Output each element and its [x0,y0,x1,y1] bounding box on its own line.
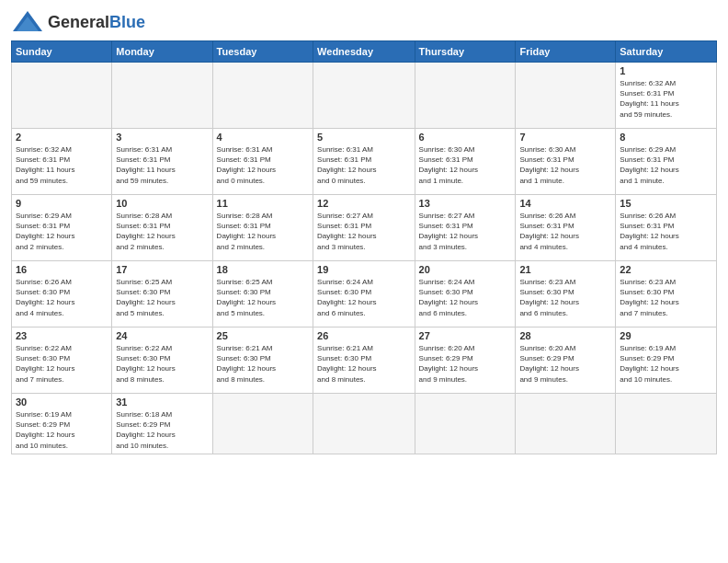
week-row-2: 2Sunrise: 6:32 AMSunset: 6:31 PMDaylight… [12,129,717,195]
weekday-header-row: SundayMondayTuesdayWednesdayThursdayFrid… [12,41,717,63]
day-info: Sunrise: 6:19 AMSunset: 6:29 PMDaylight:… [620,343,712,385]
day-number: 3 [116,132,208,143]
day-number: 25 [217,330,309,341]
day-cell [415,63,516,129]
day-info: Sunrise: 6:21 AMSunset: 6:30 PMDaylight:… [217,343,309,385]
day-number: 29 [620,330,712,341]
day-info: Sunrise: 6:30 AMSunset: 6:31 PMDaylight:… [519,144,611,186]
day-number: 12 [317,198,410,209]
weekday-header-monday: Monday [112,41,212,63]
day-number: 4 [217,132,309,143]
day-number: 16 [16,264,108,275]
day-number: 31 [116,396,208,408]
day-info: Sunrise: 6:32 AMSunset: 6:31 PMDaylight:… [620,78,712,120]
day-cell: 17Sunrise: 6:25 AMSunset: 6:30 PMDayligh… [112,261,212,327]
day-number: 9 [16,198,108,209]
day-cell: 12Sunrise: 6:27 AMSunset: 6:31 PMDayligh… [313,195,415,261]
day-cell: 24Sunrise: 6:22 AMSunset: 6:30 PMDayligh… [112,327,212,394]
day-number: 8 [620,132,712,143]
day-cell: 29Sunrise: 6:19 AMSunset: 6:29 PMDayligh… [616,327,717,394]
day-cell [516,394,616,454]
day-info: Sunrise: 6:24 AMSunset: 6:30 PMDaylight:… [419,277,512,318]
day-number: 1 [620,65,712,76]
day-info: Sunrise: 6:28 AMSunset: 6:31 PMDaylight:… [116,211,208,252]
day-cell: 23Sunrise: 6:22 AMSunset: 6:30 PMDayligh… [12,327,112,394]
day-cell: 31Sunrise: 6:18 AMSunset: 6:29 PMDayligh… [112,394,212,454]
day-info: Sunrise: 6:31 AMSunset: 6:31 PMDaylight:… [217,144,309,186]
day-cell: 25Sunrise: 6:21 AMSunset: 6:30 PMDayligh… [212,327,313,394]
day-cell: 3Sunrise: 6:31 AMSunset: 6:31 PMDaylight… [112,129,212,195]
day-cell: 1Sunrise: 6:32 AMSunset: 6:31 PMDaylight… [616,63,717,129]
day-cell: 26Sunrise: 6:21 AMSunset: 6:30 PMDayligh… [313,327,415,394]
day-number: 17 [116,264,208,275]
day-number: 22 [620,264,712,275]
week-row-3: 9Sunrise: 6:29 AMSunset: 6:31 PMDaylight… [12,195,717,261]
day-cell: 11Sunrise: 6:28 AMSunset: 6:31 PMDayligh… [212,195,313,261]
day-cell [212,63,313,129]
day-cell [616,394,717,454]
day-info: Sunrise: 6:27 AMSunset: 6:31 PMDaylight:… [317,211,410,252]
day-cell [415,394,516,454]
day-cell: 14Sunrise: 6:26 AMSunset: 6:31 PMDayligh… [516,195,616,261]
day-info: Sunrise: 6:26 AMSunset: 6:31 PMDaylight:… [519,211,611,252]
day-info: Sunrise: 6:27 AMSunset: 6:31 PMDaylight:… [419,211,512,252]
day-cell: 4Sunrise: 6:31 AMSunset: 6:31 PMDaylight… [212,129,313,195]
header: GeneralBlue [11,9,717,35]
day-info: Sunrise: 6:19 AMSunset: 6:29 PMDaylight:… [16,409,108,451]
day-cell: 22Sunrise: 6:23 AMSunset: 6:30 PMDayligh… [616,261,717,327]
day-info: Sunrise: 6:20 AMSunset: 6:29 PMDaylight:… [419,343,512,385]
day-cell: 7Sunrise: 6:30 AMSunset: 6:31 PMDaylight… [516,129,616,195]
weekday-header-saturday: Saturday [616,41,717,63]
day-info: Sunrise: 6:31 AMSunset: 6:31 PMDaylight:… [116,144,208,186]
day-cell [212,394,313,454]
logo-icon [11,9,44,35]
calendar-table: SundayMondayTuesdayWednesdayThursdayFrid… [11,40,717,454]
day-number: 21 [519,264,611,275]
day-cell: 9Sunrise: 6:29 AMSunset: 6:31 PMDaylight… [12,195,112,261]
day-number: 28 [519,330,611,341]
day-number: 27 [419,330,512,341]
day-cell: 10Sunrise: 6:28 AMSunset: 6:31 PMDayligh… [112,195,212,261]
day-number: 15 [620,198,712,209]
day-info: Sunrise: 6:31 AMSunset: 6:31 PMDaylight:… [317,144,410,186]
day-cell: 18Sunrise: 6:25 AMSunset: 6:30 PMDayligh… [212,261,313,327]
logo-text: GeneralBlue [48,13,145,32]
day-info: Sunrise: 6:29 AMSunset: 6:31 PMDaylight:… [16,211,108,252]
day-info: Sunrise: 6:28 AMSunset: 6:31 PMDaylight:… [217,211,309,252]
day-number: 26 [317,330,410,341]
day-info: Sunrise: 6:29 AMSunset: 6:31 PMDaylight:… [620,144,712,186]
day-cell: 8Sunrise: 6:29 AMSunset: 6:31 PMDaylight… [616,129,717,195]
day-number: 13 [419,198,512,209]
day-cell: 2Sunrise: 6:32 AMSunset: 6:31 PMDaylight… [12,129,112,195]
day-number: 23 [16,330,108,341]
day-info: Sunrise: 6:30 AMSunset: 6:31 PMDaylight:… [419,144,512,186]
day-cell [12,63,112,129]
day-cell: 19Sunrise: 6:24 AMSunset: 6:30 PMDayligh… [313,261,415,327]
day-cell: 30Sunrise: 6:19 AMSunset: 6:29 PMDayligh… [12,394,112,454]
weekday-header-tuesday: Tuesday [212,41,313,63]
day-cell [313,394,415,454]
day-cell [516,63,616,129]
calendar-page: GeneralBlue SundayMondayTuesdayWednesday… [0,0,728,563]
day-info: Sunrise: 6:25 AMSunset: 6:30 PMDaylight:… [217,277,309,318]
day-cell: 20Sunrise: 6:24 AMSunset: 6:30 PMDayligh… [415,261,516,327]
day-cell: 5Sunrise: 6:31 AMSunset: 6:31 PMDaylight… [313,129,415,195]
day-cell: 13Sunrise: 6:27 AMSunset: 6:31 PMDayligh… [415,195,516,261]
day-info: Sunrise: 6:22 AMSunset: 6:30 PMDaylight:… [16,343,108,385]
day-cell: 27Sunrise: 6:20 AMSunset: 6:29 PMDayligh… [415,327,516,394]
day-info: Sunrise: 6:21 AMSunset: 6:30 PMDaylight:… [317,343,410,385]
day-cell: 28Sunrise: 6:20 AMSunset: 6:29 PMDayligh… [516,327,616,394]
day-info: Sunrise: 6:32 AMSunset: 6:31 PMDaylight:… [16,144,108,186]
weekday-header-sunday: Sunday [12,41,112,63]
day-number: 30 [16,396,108,408]
day-info: Sunrise: 6:18 AMSunset: 6:29 PMDaylight:… [116,409,208,451]
day-info: Sunrise: 6:26 AMSunset: 6:30 PMDaylight:… [16,277,108,318]
day-cell [112,63,212,129]
day-number: 18 [217,264,309,275]
week-row-4: 16Sunrise: 6:26 AMSunset: 6:30 PMDayligh… [12,261,717,327]
weekday-header-wednesday: Wednesday [313,41,415,63]
day-info: Sunrise: 6:26 AMSunset: 6:31 PMDaylight:… [620,211,712,252]
day-info: Sunrise: 6:23 AMSunset: 6:30 PMDaylight:… [620,277,712,318]
day-info: Sunrise: 6:25 AMSunset: 6:30 PMDaylight:… [116,277,208,318]
day-number: 19 [317,264,410,275]
